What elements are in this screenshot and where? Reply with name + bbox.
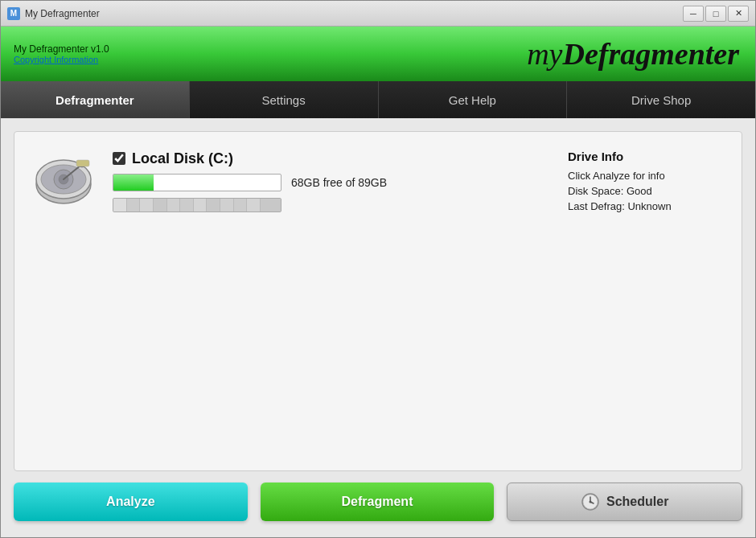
tab-drive-shop[interactable]: Drive Shop [567, 81, 755, 118]
drive-info-disk-space: Disk Space: Good [568, 185, 729, 197]
window-title: My Defragmenter [25, 8, 683, 19]
space-progress-fill [113, 175, 154, 191]
scheduler-label: Scheduler [606, 495, 668, 509]
drive-space-text: 68GB free of 89GB [291, 176, 387, 189]
app-header: My Defragmenter v1.0 Copyright Informati… [1, 27, 755, 81]
drive-info-analyze: Click Analyze for info [568, 170, 729, 182]
defrag-segment-5 [167, 199, 181, 212]
defrag-segment-1 [113, 199, 127, 212]
close-button[interactable]: ✕ [728, 6, 749, 22]
drive-name-row: Local Disk (C:) [113, 150, 539, 167]
defrag-segment-10 [234, 199, 248, 212]
bottom-bar: Analyze Defragment Scheduler [14, 483, 742, 524]
minimize-button[interactable]: ─ [683, 6, 704, 22]
defragment-button[interactable]: Defragment [261, 483, 495, 521]
defrag-row [113, 198, 539, 212]
drive-info-title: Drive Info [568, 150, 729, 163]
defrag-segment-4 [154, 199, 167, 212]
main-content: Local Disk (C:) 68GB free of 89GB [1, 118, 755, 537]
app-icon: M [7, 7, 20, 20]
defrag-segment-3 [140, 199, 154, 212]
clock-icon [581, 492, 600, 511]
drive-info-panel: Drive Info Click Analyze for info Disk S… [552, 150, 729, 212]
maximize-button[interactable]: □ [705, 6, 726, 22]
defrag-segment-2 [127, 199, 141, 212]
drive-item: Local Disk (C:) 68GB free of 89GB [27, 145, 729, 217]
tab-settings[interactable]: Settings [190, 81, 379, 118]
drive-icon-wrap [27, 145, 100, 217]
defrag-segment-6 [180, 199, 194, 212]
defrag-segment-12 [261, 199, 281, 212]
titlebar: M My Defragmenter ─ □ ✕ [1, 1, 755, 27]
defrag-segment-8 [207, 199, 220, 212]
logo-defragmenter: Defragmenter [562, 37, 739, 71]
defrag-segment-11 [247, 199, 261, 212]
nav-tabs: Defragmenter Settings Get Help Drive Sho… [1, 81, 755, 118]
app-version: My Defragmenter v1.0 [14, 43, 109, 55]
tab-defragmenter[interactable]: Defragmenter [1, 81, 190, 118]
drive-details: Local Disk (C:) 68GB free of 89GB [113, 150, 539, 212]
svg-rect-7 [76, 160, 89, 166]
app-logo: myDefragmenter [527, 36, 739, 72]
defrag-bar [113, 198, 281, 212]
drive-info-last-defrag: Last Defrag: Unknown [568, 200, 729, 212]
drive-name: Local Disk (C:) [132, 150, 233, 167]
progress-row: 68GB free of 89GB [113, 174, 539, 191]
space-progress-bar [113, 174, 281, 191]
defrag-segment-9 [220, 199, 234, 212]
copyright-link[interactable]: Copyright Information [14, 55, 109, 64]
window-controls: ─ □ ✕ [683, 6, 749, 22]
tab-get-help[interactable]: Get Help [379, 81, 568, 118]
analyze-button[interactable]: Analyze [14, 483, 248, 521]
defrag-segment-7 [194, 199, 207, 212]
scheduler-button[interactable]: Scheduler [507, 483, 742, 521]
logo-my: my [527, 37, 562, 71]
header-left: My Defragmenter v1.0 Copyright Informati… [14, 43, 109, 64]
drive-list-area: Local Disk (C:) 68GB free of 89GB [14, 131, 742, 471]
hdd-icon [31, 149, 96, 213]
main-window: M My Defragmenter ─ □ ✕ My Defragmenter … [0, 0, 756, 538]
drive-checkbox[interactable] [113, 152, 125, 165]
svg-point-12 [590, 501, 592, 503]
